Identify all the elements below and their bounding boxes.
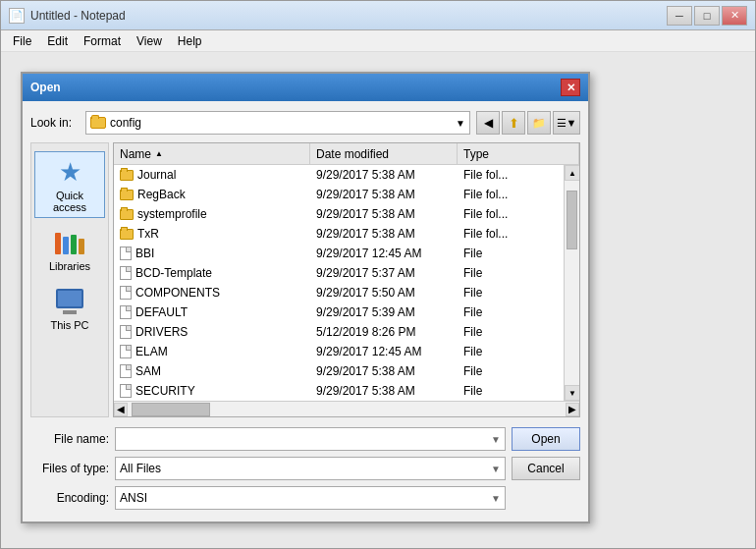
file-date-cell: 9/29/2017 5:38 AM	[310, 363, 458, 379]
scroll-down-arrow[interactable]: ▼	[565, 385, 579, 401]
sidebar-item-libraries[interactable]: Libraries	[34, 222, 105, 277]
table-row[interactable]: TxR9/29/2017 5:38 AMFile fol...	[114, 224, 564, 244]
filename-input[interactable]: ▼	[115, 427, 506, 451]
minimize-button[interactable]: ─	[667, 6, 692, 26]
file-name-cell: Journal	[114, 167, 310, 183]
file-date-cell: 9/29/2017 5:38 AM	[310, 226, 458, 242]
sidebar: ★ Quick access	[30, 142, 109, 417]
look-in-label: Look in:	[30, 116, 80, 130]
up-button[interactable]: ⬆	[502, 111, 525, 135]
cancel-button[interactable]: Cancel	[512, 457, 580, 480]
menu-file[interactable]: File	[5, 32, 39, 50]
file-type-cell: File	[458, 246, 564, 261]
quick-access-icon: ★	[54, 156, 85, 188]
view-button[interactable]: ☰▼	[553, 111, 580, 135]
sidebar-item-quick-access[interactable]: ★ Quick access	[34, 151, 105, 218]
dropdown-arrow-icon: ▼	[456, 118, 465, 129]
filetype-select[interactable]: All Files ▼	[115, 457, 506, 480]
file-name-cell: SECURITY	[114, 383, 310, 399]
file-date-cell: 9/29/2017 5:50 AM	[310, 285, 458, 301]
libraries-label: Libraries	[49, 260, 90, 272]
file-list-scroll[interactable]: Journal9/29/2017 5:38 AMFile fol...RegBa…	[114, 165, 564, 401]
file-date-cell: 9/29/2017 12:45 AM	[310, 344, 458, 359]
file-list-header: Name ▲ Date modified Type	[114, 143, 579, 165]
col-header-name[interactable]: Name ▲	[114, 143, 310, 164]
file-type-cell: File	[458, 304, 564, 320]
look-in-dropdown[interactable]: config ▼	[85, 111, 470, 135]
dialog-title: Open	[30, 81, 61, 94]
file-name-cell: DRIVERS	[114, 324, 310, 340]
table-row[interactable]: BBI9/29/2017 12:45 AMFile	[114, 244, 564, 263]
this-pc-icon	[54, 286, 85, 317]
filename-row: File name: ▼ Open	[30, 427, 580, 451]
dialog-body: Look in: config ▼ ◀ ⬆ 📁 ☰▼	[23, 101, 588, 522]
file-name-cell: SAM	[114, 363, 310, 379]
close-button[interactable]: ✕	[722, 6, 747, 26]
filetype-label: Files of type:	[30, 462, 109, 475]
file-type-cell: File	[458, 383, 564, 399]
file-date-cell: 9/29/2017 5:39 AM	[310, 304, 458, 320]
h-scroll-right-arrow[interactable]: ▶	[566, 403, 579, 416]
file-name-cell: BBI	[114, 246, 310, 261]
new-folder-button[interactable]: 📁	[527, 111, 551, 135]
menu-view[interactable]: View	[129, 32, 170, 50]
file-name-cell: ELAM	[114, 344, 310, 359]
folder-icon	[120, 209, 134, 220]
encoding-value: ANSI	[120, 491, 147, 505]
file-date-cell: 5/12/2019 8:26 PM	[310, 324, 458, 340]
horizontal-scrollbar[interactable]: ◀ ▶	[114, 401, 579, 416]
notepad-title-bar: 📄 Untitled - Notepad ─ □ ✕	[1, 1, 755, 30]
h-scroll-thumb[interactable]	[132, 403, 210, 416]
folder-icon	[120, 229, 134, 240]
sidebar-item-this-pc[interactable]: This PC	[34, 281, 105, 336]
file-icon	[120, 266, 132, 280]
table-row[interactable]: RegBack9/29/2017 5:38 AMFile fol...	[114, 185, 564, 204]
table-row[interactable]: systemprofile9/29/2017 5:38 AMFile fol..…	[114, 204, 564, 224]
table-row[interactable]: Journal9/29/2017 5:38 AMFile fol...	[114, 165, 564, 185]
vertical-scrollbar[interactable]: ▲ ▼	[564, 165, 579, 401]
menu-edit[interactable]: Edit	[39, 32, 76, 50]
file-type-cell: File fol...	[458, 206, 564, 222]
file-icon	[120, 305, 132, 319]
scroll-up-arrow[interactable]: ▲	[565, 165, 579, 181]
open-button[interactable]: Open	[512, 427, 580, 451]
notepad-icon: 📄	[9, 8, 25, 24]
file-icon	[120, 286, 132, 300]
file-name-cell: COMPONENTS	[114, 285, 310, 301]
table-row[interactable]: ELAM9/29/2017 12:45 AMFile	[114, 342, 564, 361]
file-date-cell: 9/29/2017 5:38 AM	[310, 187, 458, 202]
filetype-value: All Files	[120, 462, 161, 475]
file-icon	[120, 325, 132, 339]
file-name-cell: DEFAULT	[114, 304, 310, 320]
menu-help[interactable]: Help	[170, 32, 210, 50]
filename-label: File name:	[30, 432, 109, 446]
current-folder-text: config	[110, 116, 141, 130]
encoding-select[interactable]: ANSI ▼	[115, 486, 506, 510]
dialog-close-button[interactable]: ✕	[561, 79, 580, 96]
open-dialog: Open ✕ Look in: config ▼ ◀	[21, 72, 590, 523]
h-scroll-left-arrow[interactable]: ◀	[114, 403, 128, 416]
file-type-cell: File fol...	[458, 187, 564, 202]
table-row[interactable]: SAM9/29/2017 5:38 AMFile	[114, 361, 564, 381]
scroll-thumb[interactable]	[567, 191, 577, 249]
nav-buttons: ◀ ⬆ 📁 ☰▼	[476, 111, 580, 135]
encoding-dropdown-arrow: ▼	[491, 493, 501, 504]
back-button[interactable]: ◀	[476, 111, 500, 135]
maximize-button[interactable]: □	[694, 6, 720, 26]
table-row[interactable]: DEFAULT9/29/2017 5:39 AMFile	[114, 302, 564, 322]
file-icon	[120, 364, 132, 378]
menu-format[interactable]: Format	[76, 32, 129, 50]
notepad-title: Untitled - Notepad	[30, 9, 126, 23]
table-row[interactable]: COMPONENTS9/29/2017 5:50 AMFile	[114, 283, 564, 302]
filetype-row: Files of type: All Files ▼ Cancel	[30, 457, 580, 480]
col-header-type[interactable]: Type	[458, 143, 579, 164]
table-row[interactable]: SECURITY9/29/2017 5:38 AMFile	[114, 381, 564, 401]
this-pc-label: This PC	[50, 319, 88, 331]
file-type-cell: File fol...	[458, 226, 564, 242]
table-row[interactable]: DRIVERS5/12/2019 8:26 PMFile	[114, 322, 564, 342]
col-header-date[interactable]: Date modified	[310, 143, 458, 164]
file-date-cell: 9/29/2017 5:38 AM	[310, 383, 458, 399]
table-row[interactable]: BCD-Template9/29/2017 5:37 AMFile	[114, 263, 564, 283]
look-in-bar: Look in: config ▼ ◀ ⬆ 📁 ☰▼	[30, 109, 580, 137]
file-type-cell: File	[458, 285, 564, 301]
